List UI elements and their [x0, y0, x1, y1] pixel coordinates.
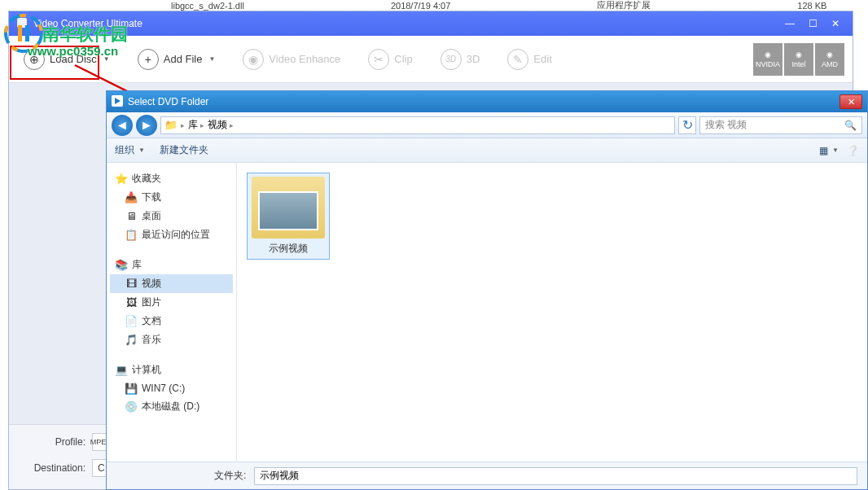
search-input[interactable]: 搜索 视频 🔍 — [699, 116, 862, 134]
nav-forward-button[interactable]: ► — [136, 115, 157, 136]
nvidia-badge: ◉NVIDIA — [753, 43, 783, 76]
dialog-footer: 文件夹: 示例视频 — [107, 462, 867, 489]
video-enhance-button[interactable]: ◉ Video Enhance — [236, 46, 347, 73]
recent-icon: 📋 — [125, 229, 138, 242]
chevron-down-icon: ▼ — [208, 55, 215, 63]
gpu-badges: ◉NVIDIA ◉Intel ◉AMD — [753, 43, 844, 76]
tree-videos[interactable]: 🎞视频 — [110, 274, 233, 293]
drive-icon: 💿 — [125, 400, 138, 413]
breadcrumb-videos[interactable]: 视频▸ — [208, 118, 234, 132]
tree-recent[interactable]: 📋最近访问的位置 — [110, 225, 233, 244]
dialog-toolbar: 组织▼ 新建文件夹 ▦▼ ❔ — [107, 138, 867, 163]
folder-field-input[interactable]: 示例视频 — [254, 467, 857, 485]
bg-size: 128 KB — [797, 1, 826, 11]
picture-icon: 🖼 — [125, 296, 138, 309]
refresh-button[interactable]: ↻ — [678, 116, 696, 134]
folder-thumbnail — [252, 177, 325, 238]
tree-libraries[interactable]: 📚库 — [110, 256, 233, 274]
search-icon: 🔍 — [844, 120, 857, 131]
edit-button[interactable]: ✎ Edit — [501, 46, 558, 73]
disc-icon: ⊕ — [24, 49, 45, 70]
chevron-down-icon: ▼ — [103, 55, 110, 63]
bg-type: 应用程序扩展 — [597, 0, 651, 11]
dialog-title-text: Select DVD Folder — [128, 96, 208, 107]
download-icon: 📥 — [125, 191, 138, 204]
app-toolbar: ⊕ Load Disc ▼ + Add File ▼ ◉ Video Enhan… — [9, 36, 853, 83]
app-icon — [15, 16, 28, 32]
folder-icon: 📁 — [164, 119, 178, 132]
music-icon: 🎵 — [125, 334, 138, 347]
breadcrumb-libraries[interactable]: 库▸ — [188, 118, 204, 132]
drive-icon: 💾 — [125, 382, 138, 395]
tree-documents[interactable]: 📄文档 — [110, 312, 233, 330]
three-d-button[interactable]: 3D 3D — [434, 46, 487, 73]
tree-drive-d[interactable]: 💿本地磁盘 (D:) — [110, 397, 233, 416]
folder-name: 示例视频 — [269, 242, 308, 256]
document-icon: 📄 — [125, 315, 138, 328]
load-disc-button[interactable]: ⊕ Load Disc ▼ — [17, 46, 116, 73]
svg-rect-0 — [17, 18, 27, 28]
bg-date: 2018/7/19 4:07 — [391, 1, 450, 11]
folder-sample-videos[interactable]: 示例视频 — [247, 173, 330, 260]
view-button[interactable]: ▦▼ — [819, 145, 839, 156]
nav-back-button[interactable]: ◄ — [112, 115, 133, 136]
tree-pictures[interactable]: 🖼图片 — [110, 293, 233, 312]
profile-label: Profile: — [20, 436, 85, 448]
desktop-icon: 🖥 — [125, 210, 138, 223]
edit-icon: ✎ — [507, 49, 528, 70]
folder-tree[interactable]: ⭐收藏夹 📥下载 🖥桌面 📋最近访问的位置 📚库 🎞视频 🖼图片 📄文档 🎵音乐… — [107, 163, 237, 462]
amd-badge: ◉AMD — [815, 43, 844, 76]
computer-icon: 💻 — [115, 364, 128, 377]
tree-downloads[interactable]: 📥下载 — [110, 188, 233, 207]
library-icon: 📚 — [115, 259, 128, 272]
tree-favorites[interactable]: ⭐收藏夹 — [110, 169, 233, 188]
tree-computer[interactable]: 💻计算机 — [110, 361, 233, 379]
breadcrumb[interactable]: 📁 ▸ 库▸ 视频▸ — [160, 116, 675, 134]
add-file-icon: + — [138, 49, 159, 70]
minimize-button[interactable]: — — [779, 15, 800, 32]
dialog-icon — [112, 95, 123, 109]
tree-music[interactable]: 🎵音乐 — [110, 330, 233, 349]
star-icon: ⭐ — [115, 173, 128, 186]
tree-drive-c[interactable]: 💾WIN7 (C:) — [110, 379, 233, 397]
close-button[interactable]: ✕ — [825, 15, 846, 32]
intel-badge: ◉Intel — [784, 43, 813, 76]
select-dvd-folder-dialog: Select DVD Folder ✕ ◄ ► 📁 ▸ 库▸ 视频▸ ↻ 搜索 … — [106, 90, 868, 490]
help-button[interactable]: ❔ — [847, 145, 859, 156]
app-title-text: Video Converter Ultimate — [33, 18, 142, 29]
tree-desktop[interactable]: 🖥桌面 — [110, 207, 233, 225]
file-pane[interactable]: 示例视频 — [237, 163, 867, 462]
background-file-row: libgcc_s_dw2-1.dll 2018/7/19 4:07 应用程序扩展… — [0, 0, 868, 11]
dialog-close-button[interactable]: ✕ — [840, 94, 862, 109]
folder-field-label: 文件夹: — [214, 469, 246, 483]
destination-label: Destination: — [20, 462, 85, 474]
organize-button[interactable]: 组织▼ — [115, 143, 145, 157]
video-icon: 🎞 — [125, 278, 138, 291]
enhance-icon: ◉ — [243, 49, 264, 70]
clip-button[interactable]: ✂ Clip — [362, 46, 419, 73]
three-d-icon: 3D — [441, 49, 462, 70]
dialog-titlebar[interactable]: Select DVD Folder ✕ — [107, 91, 867, 112]
new-folder-button[interactable]: 新建文件夹 — [160, 143, 208, 157]
bg-filename: libgcc_s_dw2-1.dll — [171, 1, 244, 11]
maximize-button[interactable]: ☐ — [802, 15, 823, 32]
dialog-nav: ◄ ► 📁 ▸ 库▸ 视频▸ ↻ 搜索 视频 🔍 — [107, 112, 867, 138]
add-file-button[interactable]: + Add File ▼ — [131, 46, 222, 73]
app-titlebar[interactable]: Video Converter Ultimate — ☐ ✕ — [9, 11, 853, 36]
scissors-icon: ✂ — [368, 49, 389, 70]
